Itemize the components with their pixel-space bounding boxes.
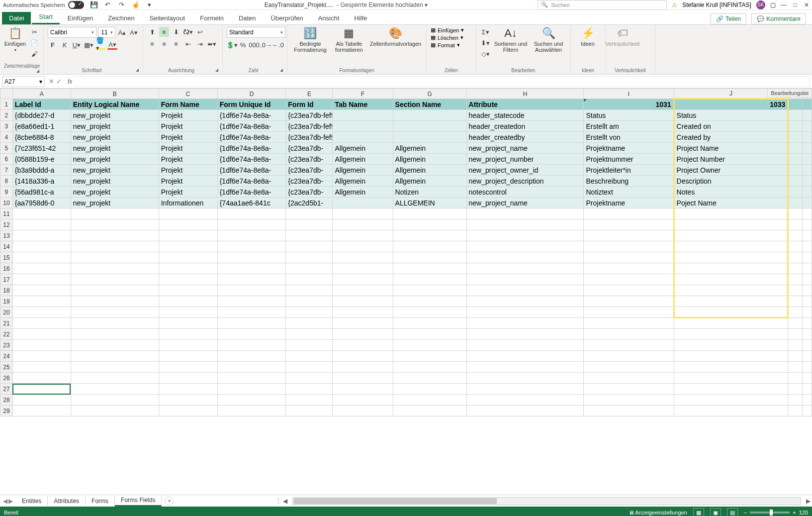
row-header[interactable]: 18 — [0, 285, 13, 296]
row-header[interactable]: 21 — [0, 318, 13, 329]
conditional-formatting-button[interactable]: 🔢Bedingte Formatierung — [291, 27, 329, 53]
row-header[interactable]: 17 — [0, 274, 13, 285]
tab-formulas[interactable]: Formeln — [193, 12, 231, 24]
cell[interactable] — [674, 395, 788, 406]
row-header[interactable]: 26 — [0, 373, 13, 384]
cell[interactable]: {b3a9bddd-a — [12, 165, 71, 176]
cell[interactable]: Description — [674, 176, 788, 187]
cell[interactable]: Project Name — [674, 143, 788, 154]
redo-icon[interactable]: ↷ — [117, 0, 127, 10]
cell[interactable] — [803, 263, 812, 274]
cell[interactable]: Projekt — [159, 110, 217, 121]
cell[interactable] — [217, 362, 286, 373]
cell[interactable] — [803, 110, 812, 121]
cell[interactable]: {c23ea7db- — [286, 154, 333, 165]
cell[interactable]: {2ac2d5b1- — [286, 198, 333, 208]
cell[interactable] — [674, 351, 788, 362]
col-header-E[interactable]: E — [286, 89, 333, 99]
cell[interactable] — [803, 384, 812, 395]
cell[interactable] — [466, 373, 584, 384]
cell[interactable]: {74aa1ae6-841c — [217, 198, 286, 208]
cell[interactable] — [159, 329, 217, 340]
comma-icon[interactable]: 000 — [249, 40, 259, 50]
cell[interactable]: Form Unique Id — [217, 99, 286, 110]
cell[interactable] — [286, 274, 333, 285]
spreadsheet-grid[interactable]: Bearbeitungslei ABCDEFGHIJKL 1Label IdEn… — [0, 89, 812, 495]
cell[interactable]: {8cbe6884-8 — [12, 132, 71, 143]
cell[interactable]: Projekt — [159, 121, 217, 132]
cell[interactable] — [333, 230, 393, 241]
row-header[interactable]: 24 — [0, 351, 13, 362]
tab-pagelayout[interactable]: Seitenlayout — [143, 12, 192, 24]
format-as-table-button[interactable]: ▦Als Tabelle formatieren — [332, 27, 366, 53]
paste-button[interactable]: 📋Einfügen▾ — [4, 27, 26, 59]
cell[interactable] — [71, 362, 159, 373]
cell[interactable] — [217, 274, 286, 285]
cell[interactable] — [71, 307, 159, 318]
cell[interactable] — [393, 263, 466, 274]
currency-icon[interactable]: 💲▾ — [227, 40, 237, 50]
cell[interactable] — [466, 351, 584, 362]
tab-data[interactable]: Daten — [232, 12, 263, 24]
cell[interactable] — [803, 230, 812, 241]
cell[interactable]: {c23ea7db-fef9-43f2-91cd-5e9e0c660ae8} — [286, 110, 333, 121]
row-header[interactable]: 28 — [0, 395, 13, 406]
cell[interactable] — [788, 219, 803, 230]
cell[interactable]: {c23ea7db-fef9-43f2-91cd-5e9e0c660ae8} — [286, 132, 333, 143]
col-header-D[interactable]: D — [217, 89, 286, 99]
borders-icon[interactable]: ▦▾ — [84, 40, 93, 50]
cell[interactable]: Projekt — [159, 176, 217, 187]
cell[interactable] — [71, 230, 159, 241]
cell[interactable] — [12, 318, 71, 329]
cell[interactable] — [584, 362, 674, 373]
cell[interactable]: Form Name — [159, 99, 217, 110]
name-box[interactable]: A27▾ — [2, 76, 45, 87]
cell[interactable]: {1df6e74a-8e8a- — [217, 132, 286, 143]
cell[interactable] — [584, 208, 674, 219]
cell[interactable]: Projekt — [159, 132, 217, 143]
decrease-decimal-icon[interactable]: ←.0 — [273, 40, 283, 50]
cell[interactable]: {1418a336-a — [12, 176, 71, 187]
cell[interactable]: {c23ea7db- — [286, 187, 333, 198]
cell[interactable]: {1df6e74a-8e8a- — [217, 121, 286, 132]
cell[interactable] — [584, 406, 674, 416]
cell[interactable]: header_statecode — [466, 110, 584, 121]
increase-decimal-icon[interactable]: .0→ — [261, 40, 271, 50]
cell[interactable] — [71, 263, 159, 274]
cell[interactable] — [71, 274, 159, 285]
cell[interactable] — [584, 263, 674, 274]
cell[interactable]: {56ad981c-a — [12, 187, 71, 198]
cell[interactable] — [286, 340, 333, 351]
merge-icon[interactable]: ⬌▾ — [207, 39, 217, 49]
row-header[interactable]: 23 — [0, 340, 13, 351]
cell[interactable] — [286, 384, 333, 395]
display-settings-button[interactable]: 🖥 Anzeigeeinstellungen — [629, 510, 687, 516]
cell[interactable] — [217, 406, 286, 416]
cell[interactable] — [803, 187, 812, 198]
hscroll-left-icon[interactable]: ◀ — [281, 498, 289, 505]
cell[interactable]: Projektnummer — [584, 154, 674, 165]
cell[interactable]: {c23ea7db- — [286, 143, 333, 154]
cell[interactable] — [12, 208, 71, 219]
cell[interactable] — [286, 230, 333, 241]
document-subtitle[interactable]: - Gesperrte Elemente hochladen ▾ — [337, 1, 428, 8]
row-header[interactable]: 20 — [0, 307, 13, 318]
cell[interactable] — [466, 296, 584, 307]
cell[interactable] — [159, 340, 217, 351]
cell[interactable] — [286, 263, 333, 274]
cell[interactable] — [333, 318, 393, 329]
cell[interactable] — [788, 406, 803, 416]
cell[interactable]: {dbbdde27-d — [12, 110, 71, 121]
cell[interactable] — [12, 230, 71, 241]
cell[interactable] — [788, 307, 803, 318]
row-header[interactable]: 10 — [0, 198, 13, 208]
cell[interactable] — [674, 219, 788, 230]
cell[interactable] — [803, 165, 812, 176]
cell[interactable]: new_projekt — [71, 143, 159, 154]
sheet-tab-forms[interactable]: Forms — [86, 496, 115, 506]
cell[interactable] — [803, 176, 812, 187]
col-header-G[interactable]: G — [393, 89, 466, 99]
orientation-icon[interactable]: 🗘▾ — [183, 27, 193, 37]
cell[interactable] — [674, 318, 788, 329]
cell[interactable] — [12, 362, 71, 373]
